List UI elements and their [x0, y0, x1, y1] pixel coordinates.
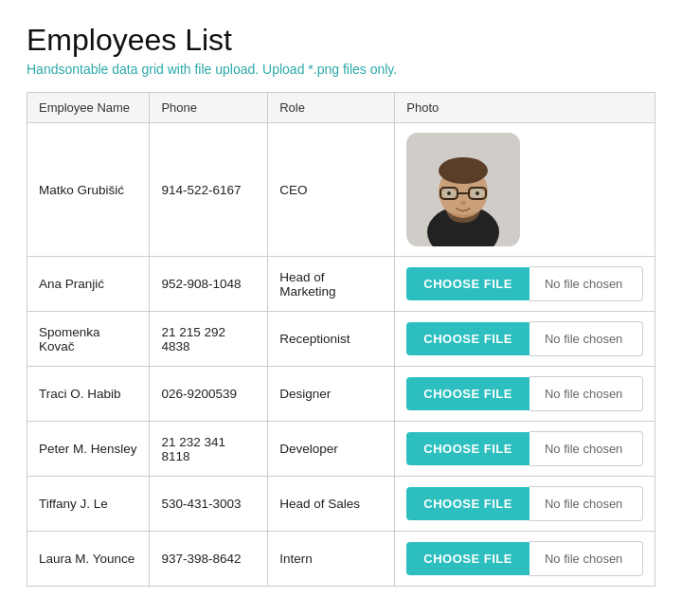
employee-photo-cell: CHOOSE FILENo file chosen: [395, 367, 655, 422]
table-row: Traci O. Habib026-9200539DesignerCHOOSE …: [27, 367, 655, 422]
col-header-name: Employee Name: [27, 93, 150, 123]
no-file-label: No file chosen: [529, 321, 643, 356]
svg-point-4: [439, 157, 488, 184]
file-upload-wrapper: CHOOSE FILENo file chosen: [406, 376, 643, 411]
col-header-role: Role: [268, 93, 395, 123]
employee-photo-cell: CHOOSE FILENo file chosen: [395, 312, 655, 367]
employee-photo-cell: [395, 123, 655, 257]
table-row: Laura M. Younce937-398-8642InternCHOOSE …: [27, 532, 655, 587]
employee-role-cell: Designer: [268, 367, 395, 422]
file-upload-wrapper: CHOOSE FILENo file chosen: [406, 541, 643, 576]
employee-role-cell: Head of Sales: [268, 477, 395, 532]
page-subtitle: Handsontable data grid with file upload.…: [27, 62, 655, 77]
employee-role-cell: Receptionist: [268, 312, 395, 367]
col-header-photo: Photo: [395, 93, 655, 123]
employees-table: Employee Name Phone Role Photo Matko Gru…: [27, 92, 655, 587]
employee-photo-cell: CHOOSE FILENo file chosen: [395, 477, 655, 532]
employee-role-cell: Head of Marketing: [268, 257, 395, 312]
employee-phone-cell: 952-908-1048: [150, 257, 268, 312]
employee-phone-cell: 21 232 341 8118: [150, 422, 268, 477]
employee-photo-cell: CHOOSE FILENo file chosen: [395, 422, 655, 477]
table-row: Tiffany J. Le530-431-3003Head of SalesCH…: [27, 477, 655, 532]
employee-name-cell: Matko Grubišić: [27, 123, 150, 257]
employee-phone-cell: 21 215 292 4838: [150, 312, 268, 367]
file-upload-wrapper: CHOOSE FILENo file chosen: [406, 431, 643, 466]
svg-point-11: [476, 191, 479, 195]
employee-name-cell: Ana Pranjić: [27, 257, 150, 312]
col-header-phone: Phone: [150, 93, 268, 123]
employee-photo-image: [406, 133, 520, 246]
no-file-label: No file chosen: [529, 486, 643, 521]
employee-phone-cell: 914-522-6167: [150, 123, 268, 257]
employee-phone-cell: 530-431-3003: [150, 477, 268, 532]
table-row: Peter M. Hensley21 232 341 8118Developer…: [27, 422, 655, 477]
employee-name-cell: Tiffany J. Le: [27, 477, 150, 532]
table-row: Spomenka Kovač21 215 292 4838Receptionis…: [27, 312, 655, 367]
no-file-label: No file chosen: [529, 541, 643, 576]
table-row: Matko Grubišić914-522-6167CEO: [27, 123, 655, 257]
choose-file-button[interactable]: CHOOSE FILE: [406, 487, 529, 520]
employee-role-cell: CEO: [268, 123, 395, 257]
choose-file-button[interactable]: CHOOSE FILE: [406, 432, 529, 465]
employee-name-cell: Peter M. Hensley: [27, 422, 150, 477]
choose-file-button[interactable]: CHOOSE FILE: [406, 542, 529, 575]
employee-phone-cell: 026-9200539: [150, 367, 268, 422]
choose-file-button[interactable]: CHOOSE FILE: [406, 322, 529, 355]
employee-name-cell: Spomenka Kovač: [27, 312, 150, 367]
employee-name-cell: Laura M. Younce: [27, 532, 150, 587]
employee-phone-cell: 937-398-8642: [150, 532, 268, 587]
choose-file-button[interactable]: CHOOSE FILE: [406, 267, 529, 300]
employee-photo-cell: CHOOSE FILENo file chosen: [395, 257, 655, 312]
svg-point-10: [447, 191, 451, 195]
employee-role-cell: Developer: [268, 422, 395, 477]
employee-role-cell: Intern: [268, 532, 395, 587]
file-upload-wrapper: CHOOSE FILENo file chosen: [406, 486, 643, 521]
table-row: Ana Pranjić952-908-1048Head of Marketing…: [27, 257, 655, 312]
employee-name-cell: Traci O. Habib: [27, 367, 150, 422]
no-file-label: No file chosen: [529, 376, 643, 411]
svg-point-12: [460, 201, 466, 205]
page-title: Employees List: [27, 23, 655, 58]
no-file-label: No file chosen: [529, 431, 643, 466]
no-file-label: No file chosen: [529, 266, 643, 301]
choose-file-button[interactable]: CHOOSE FILE: [406, 377, 529, 410]
file-upload-wrapper: CHOOSE FILENo file chosen: [406, 321, 643, 356]
file-upload-wrapper: CHOOSE FILENo file chosen: [406, 266, 643, 301]
employee-photo-cell: CHOOSE FILENo file chosen: [395, 532, 655, 587]
